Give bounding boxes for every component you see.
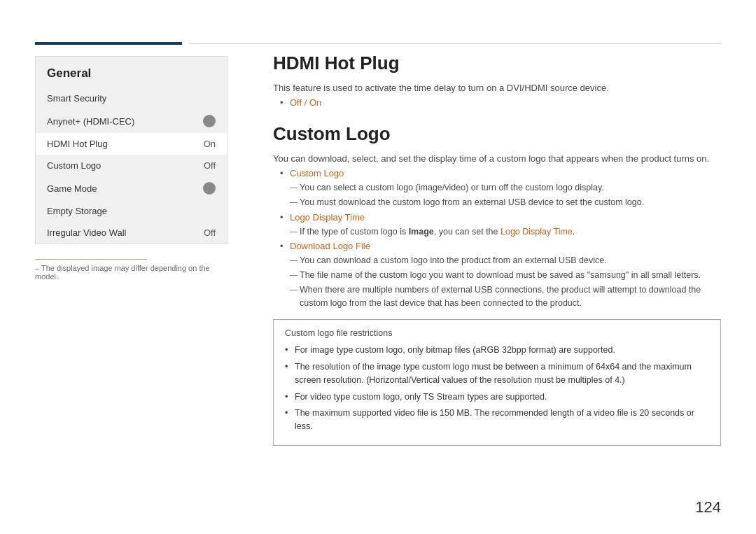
top-bar-line <box>189 43 721 44</box>
dash-item: You can select a custom logo (image/vide… <box>290 181 721 195</box>
hdmi-bullet-list: Off / On <box>280 97 721 108</box>
custom-logo-section: Custom Logo You can download, select, an… <box>273 123 721 446</box>
dash-item: When there are multiple numbers of exter… <box>290 283 721 310</box>
top-bar-accent <box>35 42 182 45</box>
sidebar-item-custom-logo[interactable]: Custom Logo Off <box>36 155 227 176</box>
sidebar: General Smart Security Anynet+ (HDMI-CEC… <box>35 56 227 244</box>
sidebar-item-value: Off <box>204 160 216 171</box>
logo-display-time-dashes: If the type of custom logo is Image, you… <box>290 225 721 239</box>
restriction-item: For image type custom logo, only bitmap … <box>285 344 709 357</box>
sidebar-item-value: On <box>204 139 216 149</box>
restriction-item: For video type custom logo, only TS Stre… <box>285 391 709 404</box>
image-bold: Image <box>409 227 434 237</box>
restriction-list: For image type custom logo, only bitmap … <box>285 344 709 433</box>
dash-item: You can download a custom logo into the … <box>290 254 721 267</box>
restriction-title: Custom logo file restrictions <box>285 328 709 338</box>
footnote-line <box>35 259 147 260</box>
footnote-text: – The displayed image may differ dependi… <box>35 264 227 281</box>
sidebar-item-label: Custom Logo <box>47 160 101 171</box>
sidebar-item-hdmi-hot-plug[interactable]: HDMI Hot Plug On <box>36 133 227 155</box>
custom-logo-items: Custom Logo <box>280 168 721 178</box>
restriction-box: Custom logo file restrictions For image … <box>273 319 721 446</box>
logo-display-time-ref: Logo Display Time <box>500 227 573 237</box>
sidebar-item-label: Smart Security <box>47 93 106 104</box>
dash-item: You must download the custom logo from a… <box>290 196 721 209</box>
top-bar <box>0 42 756 45</box>
sidebar-item-anynet[interactable]: Anynet+ (HDMI-CEC) <box>36 109 227 133</box>
sidebar-item-irregular-video-wall[interactable]: Irregular Video Wall Off <box>36 222 227 244</box>
sidebar-item-label: Empty Storage <box>47 206 107 216</box>
toggle-icon <box>203 115 216 127</box>
sidebar-item-label: Game Mode <box>47 183 97 194</box>
custom-logo-title: Custom Logo <box>273 123 721 145</box>
sidebar-title: General <box>36 57 227 87</box>
logo-display-time-label-item: Logo Display Time <box>280 212 721 223</box>
download-logo-label: Download Logo File <box>290 241 370 251</box>
dash-item: If the type of custom logo is Image, you… <box>290 225 721 239</box>
sidebar-item-label: HDMI Hot Plug <box>47 139 108 149</box>
hdmi-section: HDMI Hot Plug This feature is used to ac… <box>273 52 721 108</box>
footnote-area: – The displayed image may differ dependi… <box>35 259 227 281</box>
download-logo-item: Download Logo File <box>280 241 721 251</box>
custom-logo-label: Custom Logo <box>290 168 344 178</box>
sidebar-item-game-mode[interactable]: Game Mode <box>36 176 227 200</box>
hdmi-section-title: HDMI Hot Plug <box>273 52 721 74</box>
download-logo-dashes: You can download a custom logo into the … <box>290 254 721 309</box>
custom-logo-item-1: Custom Logo <box>280 168 721 178</box>
custom-logo-desc: You can download, select, and set the di… <box>273 153 721 164</box>
sidebar-item-label: Irregular Video Wall <box>47 227 126 238</box>
toggle-icon <box>203 182 216 195</box>
sidebar-item-smart-security[interactable]: Smart Security <box>36 87 227 109</box>
restriction-item: The resolution of the image type custom … <box>285 360 709 387</box>
hdmi-bullet-item: Off / On <box>280 97 721 108</box>
sidebar-item-value: Off <box>204 227 216 238</box>
download-logo-label-item: Download Logo File <box>280 241 721 251</box>
sidebar-item-empty-storage[interactable]: Empty Storage <box>36 200 227 222</box>
hdmi-section-desc: This feature is used to activate the tim… <box>273 83 721 93</box>
main-content: HDMI Hot Plug This feature is used to ac… <box>273 52 721 499</box>
dash-item: The file name of the custom logo you wan… <box>290 269 721 282</box>
custom-logo-dashes-1: You can select a custom logo (image/vide… <box>290 181 721 209</box>
logo-display-time-item: Logo Display Time <box>280 212 721 223</box>
page-number: 124 <box>695 498 721 517</box>
restriction-item: The maximum supported video file is 150 … <box>285 407 709 433</box>
sidebar-item-label: Anynet+ (HDMI-CEC) <box>47 116 134 127</box>
hdmi-off-on: Off / On <box>290 97 321 108</box>
logo-display-time-label: Logo Display Time <box>290 212 365 223</box>
